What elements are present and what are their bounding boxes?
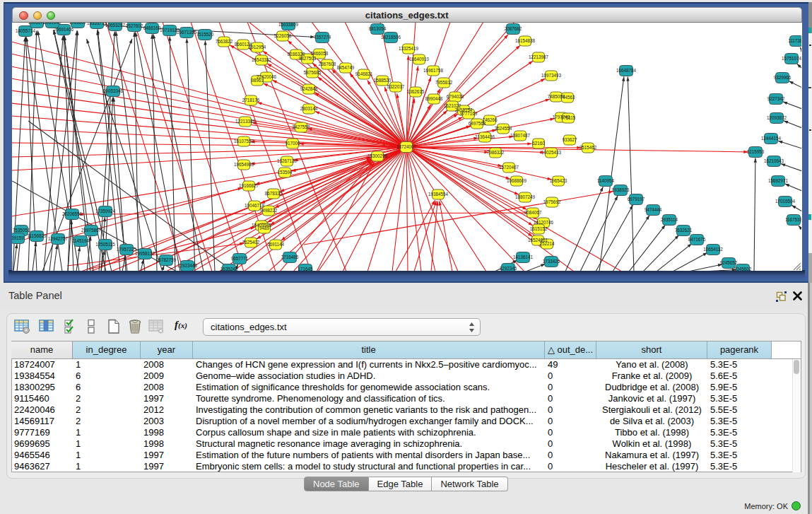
svg-text:15720407: 15720407 (499, 165, 519, 170)
svg-text:17957225: 17957225 (117, 247, 137, 252)
svg-text:1635243: 1635243 (220, 267, 238, 271)
svg-text:252214: 252214 (539, 241, 555, 246)
svg-text:171645: 171645 (298, 267, 313, 271)
svg-text:98961: 98961 (251, 78, 264, 83)
svg-text:9345602: 9345602 (734, 267, 752, 271)
svg-text:10688609: 10688609 (507, 178, 527, 183)
svg-text:13267130: 13267130 (277, 158, 298, 163)
svg-text:5466058: 5466058 (311, 51, 329, 56)
svg-text:12505115: 12505115 (95, 242, 115, 247)
svg-text:7357274: 7357274 (314, 35, 331, 40)
svg-text:10025433: 10025433 (541, 150, 562, 155)
svg-text:18640910: 18640910 (409, 57, 430, 62)
svg-text:8427552: 8427552 (293, 124, 310, 129)
svg-text:1117384: 1117384 (788, 38, 801, 43)
svg-text:1292345: 1292345 (500, 266, 517, 271)
svg-text:1975692: 1975692 (543, 199, 561, 204)
svg-text:15692971: 15692971 (768, 178, 789, 183)
svg-text:12213389: 12213389 (235, 119, 256, 124)
svg-text:16782759: 16782759 (156, 257, 177, 262)
svg-text:8990448: 8990448 (425, 96, 443, 101)
svg-text:18724007: 18724007 (396, 144, 417, 149)
svg-text:20053346: 20053346 (103, 88, 124, 93)
svg-text:8471676: 8471676 (688, 237, 706, 242)
svg-text:16671355: 16671355 (177, 30, 197, 35)
svg-text:5322037: 5322037 (387, 84, 405, 89)
svg-text:19218506: 19218506 (381, 35, 401, 40)
svg-text:8215953: 8215953 (747, 149, 765, 154)
svg-text:1691144: 1691144 (267, 242, 285, 247)
svg-text:16154838: 16154838 (515, 38, 536, 43)
svg-text:1167533: 1167533 (785, 217, 801, 222)
svg-text:7632621: 7632621 (675, 228, 693, 233)
svg-text:975115: 975115 (561, 115, 576, 120)
svg-text:15751074: 15751074 (782, 56, 801, 61)
svg-text:7955812: 7955812 (435, 80, 453, 85)
svg-text:10654112: 10654112 (703, 247, 723, 252)
svg-text:7515520: 7515520 (196, 32, 214, 37)
svg-text:10046718: 10046718 (245, 203, 265, 208)
svg-text:18300295: 18300295 (367, 153, 388, 158)
svg-text:16961758: 16961758 (423, 68, 444, 73)
svg-text:2718176: 2718176 (242, 98, 260, 103)
svg-text:917006: 917006 (285, 141, 300, 146)
svg-text:19958137: 19958137 (135, 251, 155, 256)
svg-text:9474444: 9474444 (645, 207, 662, 212)
svg-text:1527602: 1527602 (126, 23, 143, 28)
svg-text:8454749: 8454749 (337, 65, 355, 70)
svg-text:6466160: 6466160 (143, 25, 161, 30)
svg-text:20206556: 20206556 (62, 211, 83, 216)
svg-text:7535051: 7535051 (13, 228, 30, 233)
svg-text:7663822: 7663822 (216, 39, 233, 44)
svg-text:1733426: 1733426 (543, 259, 560, 264)
svg-text:16210643: 16210643 (764, 158, 784, 163)
svg-text:19166827: 19166827 (239, 183, 259, 188)
svg-text:9084067: 9084067 (524, 210, 542, 215)
svg-text:9489: 9489 (259, 226, 270, 230)
svg-text:2867608: 2867608 (319, 62, 336, 66)
svg-text:19654983: 19654983 (234, 162, 254, 167)
svg-text:39159: 39159 (12, 235, 24, 240)
svg-text:19384554: 19384554 (428, 192, 449, 197)
svg-text:2935114: 2935114 (661, 217, 678, 222)
svg-text:9777169: 9777169 (460, 111, 478, 116)
svg-text:9827503: 9827503 (299, 56, 317, 61)
svg-text:6497568: 6497568 (469, 121, 486, 126)
svg-text:16648784: 16648784 (616, 68, 637, 73)
svg-text:9245652: 9245652 (720, 260, 738, 265)
svg-text:1362615: 1362615 (407, 89, 425, 94)
svg-text:19353718: 19353718 (87, 23, 107, 25)
svg-text:1140954: 1140954 (597, 178, 615, 183)
svg-text:933627: 933627 (562, 137, 577, 142)
svg-text:1965423: 1965423 (550, 178, 567, 183)
svg-text:1588520: 1588520 (374, 78, 392, 83)
svg-text:6679197: 6679197 (628, 197, 645, 201)
svg-text:7625402: 7625402 (242, 240, 260, 245)
svg-text:21364436: 21364436 (475, 134, 495, 139)
svg-text:9227342: 9227342 (767, 96, 785, 101)
svg-text:9146821: 9146821 (355, 71, 373, 76)
svg-text:1615152: 1615152 (530, 226, 548, 231)
svg-text:10653287: 10653287 (105, 23, 126, 28)
svg-text:8938923: 8938923 (612, 187, 630, 192)
svg-text:12942757: 12942757 (48, 236, 69, 241)
svg-text:9657771: 9657771 (231, 256, 249, 261)
svg-text:2803144: 2803144 (300, 106, 318, 111)
svg-text:12923448: 12923448 (177, 263, 198, 268)
svg-text:5875685: 5875685 (304, 70, 322, 75)
svg-text:3716485: 3716485 (281, 255, 299, 259)
svg-text:8912954: 8912954 (249, 45, 266, 49)
svg-text:153594: 153594 (277, 170, 293, 175)
svg-text:11156829: 11156829 (27, 233, 47, 238)
svg-text:3624554: 3624554 (495, 126, 512, 131)
svg-text:9242848: 9242848 (300, 86, 318, 91)
svg-text:23975867: 23975867 (81, 228, 102, 233)
svg-text:10973493: 10973493 (541, 73, 562, 78)
svg-text:16543382: 16543382 (252, 57, 272, 62)
svg-text:8813054: 8813054 (369, 26, 387, 31)
svg-text:62160: 62160 (532, 141, 545, 146)
svg-text:17359924: 17359924 (95, 209, 116, 214)
svg-text:9515462: 9515462 (579, 145, 597, 150)
svg-text:20691406: 20691406 (54, 27, 74, 32)
svg-text:1915557: 1915557 (69, 23, 87, 25)
